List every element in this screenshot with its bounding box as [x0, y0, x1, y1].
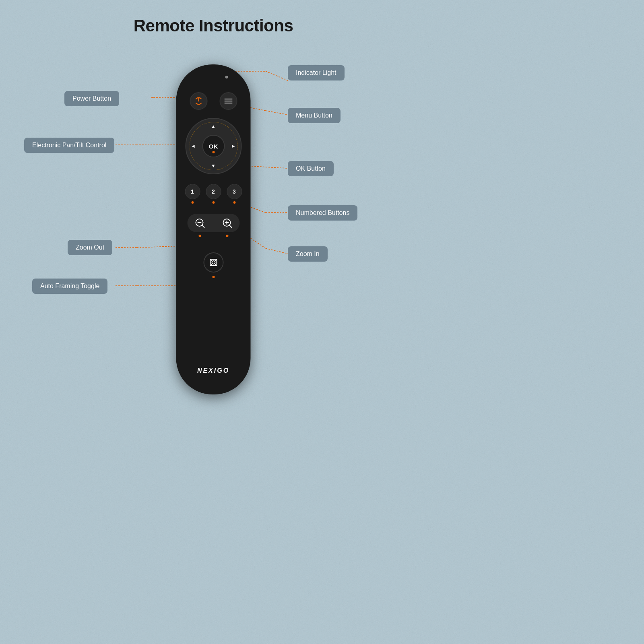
number-row: 1 2 3	[185, 184, 242, 199]
zoom-out-icon	[194, 217, 205, 229]
auto-framing-icon	[208, 257, 219, 268]
pan-tilt-label: Electronic Pan/Tilt Control	[24, 138, 114, 153]
power-button[interactable]	[190, 92, 207, 110]
af-dot	[212, 276, 215, 278]
auto-framing-button[interactable]	[203, 252, 223, 272]
zoom-out-dot	[198, 235, 201, 237]
ok-dot	[212, 151, 215, 153]
zoom-in-label: Zoom In	[288, 246, 328, 262]
num-button-2[interactable]: 2	[206, 184, 221, 199]
diagram-area: ▲ ▼ ◄ ► OK 1 2 3	[0, 48, 427, 427]
num3-dot	[233, 201, 235, 204]
svg-line-33	[229, 225, 231, 227]
top-row	[190, 92, 237, 110]
dpad-up[interactable]: ▲	[211, 124, 216, 129]
brand-label: NEXIGO	[197, 367, 229, 374]
zoom-in-button[interactable]	[220, 216, 234, 230]
auto-framing-label: Auto Framing Toggle	[32, 279, 107, 294]
dpad-down[interactable]: ▼	[211, 163, 216, 169]
zoom-in-icon	[221, 217, 233, 229]
zoom-row	[187, 214, 239, 232]
page-title: Remote Instructions	[0, 0, 427, 35]
svg-line-9	[266, 167, 288, 168]
numbered-buttons-label: Numbered Buttons	[288, 205, 357, 221]
num1-dot	[191, 201, 194, 204]
dpad-right[interactable]: ►	[231, 143, 236, 149]
svg-line-1	[266, 71, 288, 80]
af-section	[203, 252, 223, 272]
indicator-light-dot	[225, 76, 228, 78]
svg-line-29	[202, 225, 204, 227]
zoom-section	[187, 214, 239, 240]
svg-line-5	[266, 111, 288, 115]
menu-icon	[224, 98, 233, 104]
indicator-light-label: Indicator Light	[288, 65, 345, 80]
zoom-out-label: Zoom Out	[68, 240, 112, 255]
ok-button[interactable]: OK	[202, 135, 225, 157]
dpad-left[interactable]: ◄	[191, 143, 196, 149]
menu-button-label: Menu Button	[288, 108, 341, 123]
zoom-in-dot	[226, 235, 228, 237]
num-button-1[interactable]: 1	[185, 184, 200, 199]
menu-button[interactable]	[219, 92, 237, 110]
power-button-label: Power Button	[64, 91, 119, 106]
svg-point-35	[212, 261, 215, 264]
dpad-outer: ▲ ▼ ◄ ► OK	[185, 118, 242, 174]
ok-button-label: OK Button	[288, 161, 334, 176]
num2-dot	[212, 201, 215, 204]
zoom-out-button[interactable]	[193, 216, 206, 230]
num-button-3[interactable]: 3	[227, 184, 242, 199]
remote-body: ▲ ▼ ◄ ► OK 1 2 3	[176, 64, 251, 394]
svg-line-18	[266, 248, 288, 254]
dpad: ▲ ▼ ◄ ► OK	[185, 118, 242, 174]
power-icon	[194, 97, 203, 105]
